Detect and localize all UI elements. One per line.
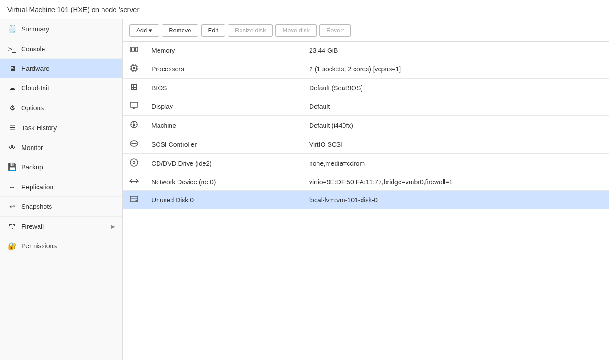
row-value-unused-disk-0: local-lvm:vm-101-disk-0	[303, 191, 609, 209]
table-row[interactable]: Memory23.44 GiB	[123, 42, 609, 59]
resize-disk-button[interactable]: Resize disk	[228, 24, 273, 37]
table-row[interactable]: Processors2 (1 sockets, 2 cores) [vcpus=…	[123, 59, 609, 79]
svg-point-36	[131, 144, 137, 146]
sidebar-label-task-history: Task History	[21, 124, 57, 132]
table-row[interactable]: BIOSDefault (SeaBIOS)	[123, 79, 609, 97]
bios-icon	[123, 79, 145, 97]
sidebar-item-permissions[interactable]: 🔐Permissions	[0, 236, 122, 256]
row-value-cdvd-drive: none,media=cdrom	[303, 154, 609, 173]
row-value-memory: 23.44 GiB	[303, 42, 609, 59]
row-label-processors: Processors	[145, 59, 303, 79]
row-label-machine: Machine	[145, 116, 303, 135]
snapshots-icon: ↩	[7, 202, 17, 211]
sidebar-item-snapshots[interactable]: ↩Snapshots	[0, 197, 122, 217]
sidebar-label-snapshots: Snapshots	[21, 203, 52, 210]
remove-button[interactable]: Remove	[162, 24, 198, 37]
sidebar-label-cloud-init: Cloud-Init	[21, 84, 49, 92]
svg-rect-23	[134, 88, 136, 89]
revert-button[interactable]: Revert	[319, 24, 351, 37]
table-row[interactable]: Network Device (net0)virtio=9E:DF:50:FA:…	[123, 173, 609, 191]
sidebar-item-options[interactable]: ⚙Options	[0, 98, 122, 118]
sidebar-label-monitor: Monitor	[21, 144, 43, 151]
svg-rect-21	[134, 85, 136, 87]
sidebar-item-cloud-init[interactable]: ☁Cloud-Init	[0, 78, 122, 98]
row-label-memory: Memory	[145, 42, 303, 59]
firewall-arrow-icon: ▶	[111, 223, 115, 230]
hardware-table: Memory23.44 GiBProcessors2 (1 sockets, 2…	[123, 42, 609, 360]
row-label-unused-disk-0: Unused Disk 0	[145, 191, 303, 209]
row-value-scsi-controller: VirtIO SCSI	[303, 135, 609, 154]
sidebar-label-firewall: Firewall	[21, 223, 44, 230]
svg-rect-2	[133, 48, 133, 51]
table-row[interactable]: CD/DVD Drive (ide2)none,media=cdrom	[123, 154, 609, 173]
hardware-icon: 🖥	[7, 64, 17, 72]
display-icon	[123, 97, 145, 116]
row-value-machine: Default (i440fx)	[303, 116, 609, 135]
row-label-bios: BIOS	[145, 79, 303, 97]
sidebar-item-firewall[interactable]: 🛡Firewall▶	[0, 217, 122, 236]
row-value-display: Default	[303, 97, 609, 116]
row-value-network-device: virtio=9E:DF:50:FA:11:77,bridge=vmbr0,fi…	[303, 173, 609, 191]
summary-icon: 🗒️	[7, 25, 17, 33]
svg-rect-4	[135, 48, 136, 51]
backup-icon: 💾	[7, 163, 17, 171]
sidebar-item-summary[interactable]: 🗒️Summary	[0, 19, 122, 39]
title-bar: Virtual Machine 101 (HXE) on node 'serve…	[0, 0, 609, 19]
row-label-cdvd-drive: CD/DVD Drive (ide2)	[145, 154, 303, 173]
table-row[interactable]: MachineDefault (i440fx)	[123, 116, 609, 135]
scsi-icon	[123, 135, 145, 154]
row-label-display: Display	[145, 97, 303, 116]
disk-icon	[123, 191, 145, 209]
table-row[interactable]: SCSI ControllerVirtIO SCSI	[123, 135, 609, 154]
chevron-down-icon: ▾	[149, 27, 152, 34]
svg-rect-1	[131, 48, 132, 51]
edit-button[interactable]: Edit	[201, 24, 225, 37]
svg-rect-20	[132, 85, 133, 87]
task-history-icon: ☰	[7, 124, 17, 132]
options-icon: ⚙	[7, 104, 17, 112]
sidebar-label-backup: Backup	[21, 163, 43, 171]
row-value-processors: 2 (1 sockets, 2 cores) [vcpus=1]	[303, 59, 609, 79]
sidebar-label-replication: Replication	[21, 183, 53, 191]
sidebar: 🗒️Summary>_Console🖥Hardware☁Cloud-Init⚙O…	[0, 19, 123, 360]
sidebar-item-console[interactable]: >_Console	[0, 39, 122, 59]
network-icon	[123, 173, 145, 191]
svg-point-42	[136, 200, 137, 201]
cloud-init-icon: ☁	[7, 84, 17, 92]
svg-point-33	[131, 141, 137, 144]
sidebar-label-options: Options	[21, 104, 44, 112]
row-label-scsi-controller: SCSI Controller	[145, 135, 303, 154]
move-disk-button[interactable]: Move disk	[275, 24, 317, 37]
monitor-icon: 👁	[7, 144, 17, 151]
sidebar-item-task-history[interactable]: ☰Task History	[0, 118, 122, 138]
svg-rect-3	[134, 48, 135, 51]
sidebar-item-backup[interactable]: 💾Backup	[0, 157, 122, 177]
permissions-icon: 🔐	[7, 242, 17, 250]
main-panel: Add ▾ Remove Edit Resize disk Move disk …	[123, 19, 609, 360]
svg-rect-6	[133, 67, 135, 69]
sidebar-label-console: Console	[21, 45, 45, 53]
svg-point-38	[133, 162, 135, 164]
sidebar-label-summary: Summary	[21, 25, 49, 33]
table-row[interactable]: DisplayDefault	[123, 97, 609, 116]
row-label-network-device: Network Device (net0)	[145, 173, 303, 191]
table-row[interactable]: Unused Disk 0local-lvm:vm-101-disk-0	[123, 191, 609, 209]
svg-point-37	[130, 159, 138, 166]
console-icon: >_	[7, 45, 17, 53]
sidebar-item-replication[interactable]: ↔Replication	[0, 177, 122, 197]
memory-icon	[123, 42, 145, 59]
sidebar-label-hardware: Hardware	[21, 65, 50, 72]
window-title: Virtual Machine 101 (HXE) on node 'serve…	[7, 6, 140, 13]
row-value-bios: Default (SeaBIOS)	[303, 79, 609, 97]
sidebar-item-hardware[interactable]: 🖥Hardware	[0, 59, 122, 78]
svg-rect-22	[132, 88, 133, 89]
svg-rect-24	[130, 102, 138, 107]
cpu-icon	[123, 59, 145, 79]
sidebar-label-permissions: Permissions	[21, 242, 57, 250]
machine-icon	[123, 116, 145, 135]
replication-icon: ↔	[7, 183, 17, 191]
toolbar: Add ▾ Remove Edit Resize disk Move disk …	[123, 19, 609, 42]
add-button[interactable]: Add ▾	[129, 24, 159, 37]
sidebar-item-monitor[interactable]: 👁Monitor	[0, 138, 122, 157]
firewall-icon: 🛡	[7, 222, 17, 230]
